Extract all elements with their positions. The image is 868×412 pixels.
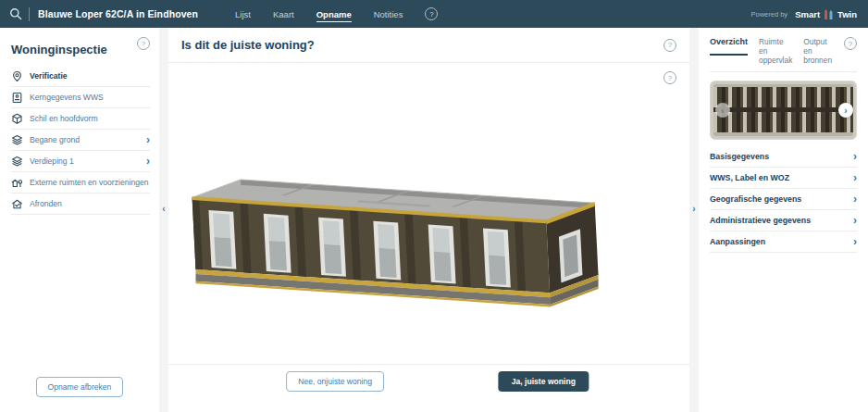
decision-bar: Nee, onjuiste woning Ja, juiste woning — [168, 364, 689, 412]
sidebar-item-label: Verdieping 1 — [30, 156, 74, 166]
sidebar-title: Woninginspectie — [11, 37, 107, 56]
chevron-right-icon: › — [853, 237, 857, 246]
sidebar-item-kerngegevens-wws[interactable]: Kerngegevens WWS — [11, 87, 150, 108]
chevron-right-icon: › — [853, 194, 857, 204]
question-title: Is dit de juiste woning? — [181, 38, 315, 52]
collapse-right-icon[interactable]: › — [689, 205, 699, 214]
outdoor-icon — [11, 177, 23, 189]
inspection-sidebar: Woninginspectie ? Verificatie — [0, 28, 159, 412]
section-geografische-gegevens[interactable]: Geografische gegevens › — [710, 189, 857, 210]
main-nav: Lijst Kaart Opname Notities ? — [235, 6, 438, 22]
facade-photo-carousel[interactable]: ‹ › — [710, 81, 857, 140]
sidebar-item-label: Schil en hoofdvorm — [30, 114, 98, 123]
details-accordion: Basisgegevens › WWS, Label en WOZ › Geog… — [710, 146, 857, 253]
sidebar-item-verificatie[interactable]: Verificatie — [11, 66, 150, 87]
sidebar-item-begane-grond[interactable]: Begane grond › — [11, 130, 150, 151]
id-card-icon — [11, 92, 23, 104]
pin-icon — [11, 70, 23, 82]
layers-icon — [11, 156, 23, 168]
section-label: Administratieve gegevens — [710, 216, 811, 225]
tab-overzicht[interactable]: Overzicht — [710, 37, 748, 56]
left-panel-splitter[interactable]: ‹ — [159, 28, 168, 412]
sidebar-item-label: Kerngegevens WWS — [30, 93, 104, 102]
sidebar-item-verdieping-1[interactable]: Verdieping 1 › — [11, 151, 150, 172]
brand-twin: Twin — [837, 9, 857, 19]
section-basisgegevens[interactable]: Basisgegevens › — [710, 146, 857, 168]
section-label: Aanpassingen — [710, 237, 765, 246]
sidebar-item-label: Verificatie — [30, 71, 68, 81]
powered-by: Powered by Smart Twin — [751, 8, 857, 20]
section-label: Basisgegevens — [710, 152, 769, 161]
chevron-right-icon: › — [146, 156, 150, 166]
section-administratieve-gegevens[interactable]: Administratieve gegevens › — [710, 210, 857, 231]
carousel-prev-icon[interactable]: ‹ — [715, 103, 730, 118]
chevron-right-icon: › — [853, 173, 857, 182]
sidebar-item-label: Externe ruimten en voorzieningen — [30, 178, 149, 187]
top-bar: Blauwe Loper 62C/A in Eindhoven Lijst Ka… — [0, 0, 868, 28]
chevron-right-icon: › — [853, 216, 857, 225]
confirm-dwelling-button[interactable]: Ja, juiste woning — [499, 371, 589, 392]
sidebar-item-label: Afronden — [30, 199, 62, 208]
collapse-left-icon[interactable]: ‹ — [159, 205, 168, 214]
section-label: Geografische gegevens — [710, 194, 801, 204]
powered-by-label: Powered by — [751, 10, 788, 19]
sidebar-item-afronden[interactable]: Afronden — [11, 194, 150, 215]
tab-output-en-bronnen[interactable]: Output en bronnen — [803, 37, 833, 71]
main-panel: Is dit de juiste woning? ? ? — [168, 28, 689, 412]
carousel-next-icon[interactable]: › — [838, 103, 853, 118]
nav-item-opname[interactable]: Opname — [316, 6, 352, 22]
tab-ruimte-en-oppervlak[interactable]: Ruimte en oppervlak — [759, 37, 792, 71]
help-icon[interactable]: ? — [425, 7, 438, 20]
sidebar-help-icon[interactable]: ? — [137, 37, 150, 50]
sidebar-item-label: Begane grond — [30, 135, 80, 144]
details-help-icon[interactable]: ? — [844, 37, 857, 50]
sidebar-item-externe-ruimten[interactable]: Externe ruimten en voorzieningen — [11, 172, 150, 194]
search-icon — [9, 7, 22, 20]
details-tabs: Overzicht Ruimte en oppervlak Output en … — [710, 37, 857, 72]
nav-item-notities[interactable]: Notities — [374, 6, 403, 21]
section-wws-label-woz[interactable]: WWS, Label en WOZ › — [710, 168, 857, 189]
details-panel: Overzicht Ruimte en oppervlak Output en … — [699, 28, 868, 412]
facade-photo — [713, 84, 853, 136]
section-label: WWS, Label en WOZ — [710, 173, 789, 182]
chevron-right-icon: › — [146, 135, 150, 144]
sidebar-item-schil-en-hoofdvorm[interactable]: Schil en hoofdvorm — [11, 108, 150, 130]
layers-icon — [11, 134, 23, 146]
search-button[interactable] — [9, 7, 22, 20]
model-viewer-3d[interactable]: ? — [168, 63, 689, 364]
section-aanpassingen[interactable]: Aanpassingen › — [710, 231, 857, 253]
nav-item-lijst[interactable]: Lijst — [235, 6, 251, 21]
cube-icon — [11, 113, 23, 125]
viewer-help-icon[interactable]: ? — [663, 71, 676, 84]
reject-dwelling-button[interactable]: Nee, onjuiste woning — [286, 371, 384, 392]
right-panel-splitter[interactable]: › — [689, 28, 699, 412]
chevron-right-icon: › — [853, 152, 857, 161]
question-help-icon[interactable]: ? — [663, 39, 676, 52]
address-title: Blauwe Loper 62C/A in Eindhoven — [38, 8, 198, 19]
abort-inspection-button[interactable]: Opname afbreken — [36, 377, 124, 397]
nav-item-kaart[interactable]: Kaart — [273, 6, 294, 21]
house-check-icon — [11, 198, 23, 210]
app-window: Blauwe Loper 62C/A in Eindhoven Lijst Ka… — [0, 0, 868, 412]
brand-smart: Smart — [795, 9, 820, 19]
smart-twin-logo-icon — [824, 8, 834, 20]
building-3d-model[interactable] — [180, 150, 647, 331]
topbar-divider — [29, 7, 30, 21]
